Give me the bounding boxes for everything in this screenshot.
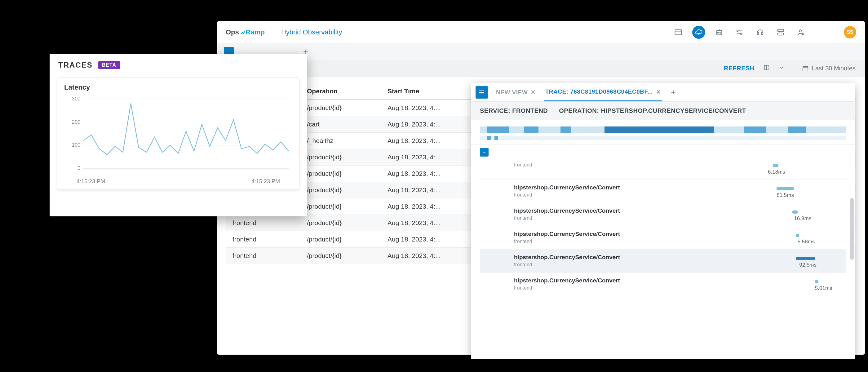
chart-x-end: 4:15:23 PM: [251, 178, 280, 185]
close-icon[interactable]: ✕: [656, 88, 661, 95]
timeline[interactable]: [471, 120, 855, 145]
span-row[interactable]: hipstershop.CurrencyService/Convertfront…: [480, 226, 846, 250]
avatar[interactable]: SS: [844, 26, 856, 38]
robot-icon[interactable]: [713, 26, 726, 39]
svg-text:100: 100: [72, 142, 80, 148]
add-tab-button[interactable]: +: [671, 87, 676, 97]
span-list[interactable]: frontend6.18mshipstershop.CurrencyServic…: [471, 157, 855, 359]
traces-card: TRACES BETA Latency 0100200300 4:15:23 P…: [50, 54, 307, 216]
svg-point-2: [718, 32, 719, 33]
timerange-label: Last 30 Minutes: [812, 65, 856, 72]
chevron-down-icon[interactable]: [779, 65, 784, 72]
svg-text:0: 0: [78, 165, 80, 171]
span-row[interactable]: hipstershop.CurrencyService/Convertfront…: [480, 250, 846, 273]
detail-tabs: NEW VIEW ✕ TRACE: 768C8191D0968C04EC0BF.…: [471, 83, 855, 102]
chart-title: Latency: [64, 83, 292, 91]
topbar: OpsRamp Hybrid Observability SS: [217, 21, 865, 43]
top-icons: SS: [672, 26, 856, 39]
tab-trace[interactable]: TRACE: 768C8191D0968C04EC0BF... ✕: [544, 83, 662, 101]
server-icon[interactable]: [774, 26, 787, 39]
toolbar: REFRESH Last 30 Minutes: [217, 60, 865, 77]
latency-chart[interactable]: 0100200300: [64, 95, 292, 175]
brand-part-b: Ramp: [240, 28, 265, 36]
svg-point-4: [737, 30, 738, 32]
user-settings-icon[interactable]: [795, 26, 808, 39]
svg-rect-12: [803, 66, 808, 71]
bc-operation: OPERATION: HIPSTERSHOP.CURRENCYSERVICE/C…: [559, 107, 746, 114]
refresh-button[interactable]: REFRESH: [724, 65, 754, 72]
close-icon[interactable]: ✕: [531, 89, 536, 96]
span-row[interactable]: frontend6.18ms: [480, 157, 846, 180]
svg-point-8: [799, 29, 801, 32]
section-title[interactable]: Hybrid Observability: [281, 28, 342, 36]
traces-title: TRACES: [58, 61, 93, 69]
divider: [823, 27, 824, 38]
chart-x-start: 4:15:23 PM: [76, 178, 105, 185]
headset-icon[interactable]: [754, 26, 767, 39]
svg-point-3: [720, 32, 721, 33]
tab-new-view[interactable]: NEW VIEW ✕: [495, 84, 537, 101]
cloud-icon[interactable]: [692, 26, 705, 39]
svg-rect-11: [767, 65, 769, 70]
trace-detail-panel: NEW VIEW ✕ TRACE: 768C8191D0968C04EC0BF.…: [471, 83, 855, 359]
menu-icon[interactable]: [475, 86, 488, 99]
svg-rect-10: [764, 65, 766, 70]
brand-part-a: Ops: [226, 28, 239, 36]
scrollbar[interactable]: [850, 198, 854, 260]
breadcrumb: SERVICE: FRONTEND OPERATION: HIPSTERSHOP…: [471, 102, 855, 120]
beta-badge: BETA: [98, 61, 120, 69]
svg-point-9: [803, 33, 804, 34]
span-row[interactable]: hipstershop.CurrencyService/Convertfront…: [480, 203, 846, 226]
settings-icon[interactable]: [733, 26, 746, 39]
svg-text:200: 200: [72, 119, 80, 125]
latency-chart-card: Latency 0100200300 4:15:23 PM 4:15:23 PM: [57, 78, 300, 189]
timerange-picker[interactable]: Last 30 Minutes: [802, 65, 856, 72]
bc-service: SERVICE: FRONTEND: [480, 107, 548, 114]
svg-point-5: [740, 33, 742, 34]
span-row[interactable]: hipstershop.CurrencyService/Convertfront…: [480, 273, 846, 296]
brand-logo[interactable]: OpsRamp: [226, 28, 265, 36]
col-operation[interactable]: Operation: [307, 87, 388, 95]
svg-rect-7: [778, 33, 784, 35]
svg-rect-0: [675, 29, 682, 34]
svg-text:300: 300: [72, 96, 80, 101]
divider: [273, 27, 273, 38]
col-start[interactable]: Start Time: [388, 87, 468, 95]
window-icon[interactable]: [672, 26, 685, 39]
tab-strip: +: [217, 43, 865, 60]
collapse-all-button[interactable]: [480, 148, 489, 157]
svg-rect-6: [778, 29, 784, 31]
span-row[interactable]: hipstershop.CurrencyService/Convertfront…: [480, 180, 846, 203]
refresh-split-icon[interactable]: [763, 64, 770, 72]
